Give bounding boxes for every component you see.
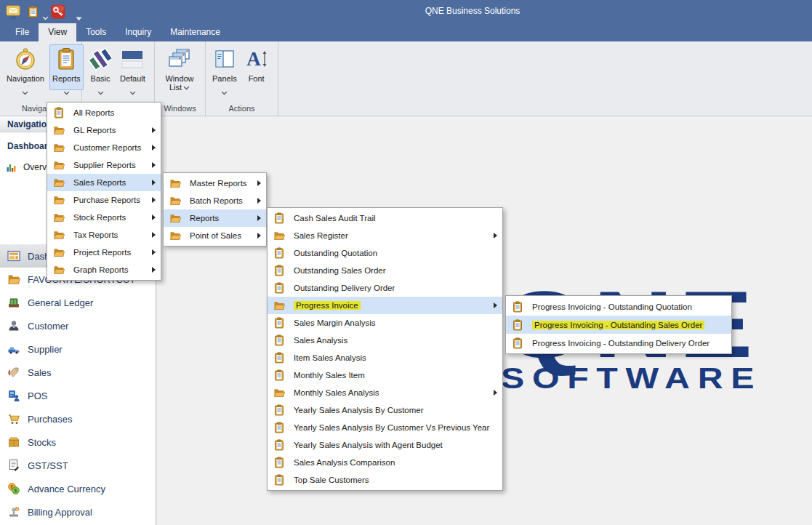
menu-item-purchase-reports[interactable]: Purchase Reports [47, 191, 161, 209]
sidebar-item-gst-sst[interactable]: GST/SST [0, 454, 156, 477]
menu-item-sales-margin-analysis[interactable]: Sales Margin Analysis [268, 314, 502, 332]
menu-item-graph-reports[interactable]: Graph Reports [47, 261, 161, 278]
svg-text:$: $ [15, 488, 17, 494]
menu-item-monthly-sales-item[interactable]: Monthly Sales Item [268, 366, 502, 384]
pos-icon [7, 389, 20, 402]
menu-item-batch-reports[interactable]: Batch Reports [164, 192, 266, 209]
chevron-down-icon [183, 83, 190, 92]
menu-item-outstanding-quotation[interactable]: Outstanding Quotation [268, 244, 502, 262]
sidebar-item-label: Customer [28, 321, 68, 332]
menu-item-sales-analysis-comparison[interactable]: Sales Analysis Comparison [268, 454, 502, 471]
clipboard-dropdown-icon[interactable] [42, 10, 49, 15]
menu-item-label: Top Sale Customers [294, 476, 369, 484]
menu-item-tax-reports[interactable]: Tax Reports [47, 226, 161, 244]
menu-item-sales-register[interactable]: Sales Register [268, 227, 502, 244]
submenu-arrow-icon [257, 215, 261, 221]
sidebar-item-label: Supplier [28, 344, 63, 355]
sidebar-item-customer[interactable]: Customer [0, 314, 156, 337]
reports-button[interactable]: Reports [49, 44, 84, 90]
menu-item-progress-invoicing-outstanding-sales-order[interactable]: Progress Invoicing - Outstanding Sales O… [506, 316, 731, 334]
sidebar-item-stocks[interactable]: Stocks [0, 430, 156, 454]
default-button[interactable]: Default [117, 44, 148, 90]
menu-item-yearly-sales-analysis-by-customer[interactable]: Yearly Sales Analysis By Customer [268, 401, 502, 419]
chevron-down-icon [129, 85, 136, 89]
report-icon [512, 319, 523, 331]
sidebar-item-label: Sales [28, 367, 52, 378]
tax-doc-icon [7, 459, 20, 472]
menu-item-top-sale-customers[interactable]: Top Sale Customers [268, 471, 502, 489]
sidebar-item-advance-currency[interactable]: €$Advance Currency [0, 477, 156, 500]
tab-label: View [48, 27, 67, 37]
sidebar-item-pos[interactable]: POS [0, 384, 156, 407]
folder-icon [53, 177, 65, 188]
menu-item-label: GL Reports [73, 126, 116, 135]
sidebar-item-sales[interactable]: Sales [0, 361, 156, 384]
menu-tabbar: FileViewToolsInquiryMaintenance [0, 23, 812, 41]
menu-item-point-of-sales[interactable]: Point of Sales [164, 227, 266, 244]
report-icon [273, 457, 285, 468]
menu-item-sales-analysis[interactable]: Sales Analysis [268, 332, 502, 349]
qat-customize-icon[interactable] [76, 11, 82, 15]
menu-item-label: Supplier Reports [73, 161, 136, 169]
tab-tools[interactable]: Tools [76, 23, 116, 41]
menu-item-yearly-sales-analysis-with-agent-budget[interactable]: Yearly Sales Analysis with Agent Budget [268, 436, 502, 454]
menu-item-outstanding-delivery-order[interactable]: Outstanding Delivery Order [268, 279, 502, 297]
menu-item-customer-reports[interactable]: Customer Reports [47, 139, 161, 156]
submenu-arrow-icon [257, 198, 261, 204]
menu-item-sales-reports[interactable]: Sales Reports [47, 174, 161, 191]
menu-item-progress-invoicing-outstanding-delivery-order[interactable]: Progress Invoicing - Outstanding Deliver… [506, 334, 731, 352]
sidebar-item-purchases[interactable]: Purchases [0, 407, 156, 430]
box-icon [7, 436, 20, 449]
menu-item-progress-invoicing-outstanding-quotation[interactable]: Progress Invoicing - Outstanding Quotati… [506, 297, 731, 316]
ribbon-button-label: Basic [91, 74, 110, 83]
panels-button[interactable]: Panels [209, 44, 240, 90]
menu-item-progress-invoice[interactable]: Progress Invoice [268, 297, 502, 314]
menu-item-project-reports[interactable]: Project Reports [47, 244, 161, 261]
app-icon[interactable]: QNE [6, 4, 20, 19]
folder-icon [53, 142, 65, 153]
menu-item-all-reports[interactable]: All Reports [47, 104, 161, 121]
app-window: QNE QNE Business Solutions FileViewTools… [0, 0, 812, 525]
report-icon [273, 282, 285, 294]
menu-item-label: Monthly Sales Analysis [294, 388, 379, 397]
dashboard-grid-icon [7, 249, 20, 262]
menu-item-yearly-sales-analysis-by-customer-vs-previous-year[interactable]: Yearly Sales Analysis By Customer Vs Pre… [268, 419, 502, 436]
basic-button[interactable]: Basic [86, 44, 115, 90]
sidebar-item-billing-approval[interactable]: Billing Approval [0, 500, 156, 524]
menu-item-gl-reports[interactable]: GL Reports [47, 121, 161, 139]
sidebar-item-supplier[interactable]: Supplier [0, 337, 156, 361]
chevron-down-icon [63, 85, 70, 89]
tab-view[interactable]: View [39, 23, 76, 41]
menu-item-reports[interactable]: Reports [164, 209, 266, 227]
tab-file[interactable]: File [6, 23, 39, 41]
tab-maintenance[interactable]: Maintenance [161, 23, 230, 41]
window-list-icon [168, 47, 191, 71]
font-button[interactable]: A Font [242, 44, 271, 90]
navigation-button[interactable]: Navigation [4, 44, 47, 90]
menu-item-item-sales-analysis[interactable]: Item Sales Analysis [268, 349, 502, 366]
menu-item-monthly-sales-analysis[interactable]: Monthly Sales Analysis [268, 384, 502, 401]
sidebar-item-general-ledger[interactable]: General Ledger [0, 291, 156, 314]
menu-item-label: Stock Reports [73, 213, 126, 222]
menu-item-outstanding-sales-order[interactable]: Outstanding Sales Order [268, 262, 502, 279]
basic-theme-icon [89, 47, 112, 71]
report-icon [273, 369, 285, 381]
reports-submenu: Cash Sales Audit TrailSales RegisterOuts… [267, 207, 503, 491]
sidebar-item-label: GST/SST [28, 460, 68, 471]
key-icon[interactable] [51, 4, 65, 19]
tab-inquiry[interactable]: Inquiry [116, 23, 161, 41]
menu-item-master-reports[interactable]: Master Reports [164, 175, 266, 192]
clipboard-qat-icon[interactable] [27, 4, 39, 19]
ribbon-group-actions: Panels A Font Actions [206, 41, 278, 116]
menu-item-stock-reports[interactable]: Stock Reports [47, 209, 161, 226]
reports-dropdown-menu: All ReportsGL ReportsCustomer ReportsSup… [47, 102, 161, 281]
menu-item-supplier-reports[interactable]: Supplier Reports [47, 156, 161, 174]
logo-text-software: SOFTWARE [501, 364, 762, 393]
menu-item-label: Progress Invoicing - Outstanding Quotati… [532, 302, 692, 311]
window-list-button[interactable]: Window List [158, 44, 201, 92]
bar-chart-icon [6, 161, 17, 173]
menu-item-label: Point of Sales [190, 231, 241, 240]
folder-icon [53, 159, 65, 171]
menu-item-cash-sales-audit-trail[interactable]: Cash Sales Audit Trail [268, 209, 502, 227]
sidebar-item-label: POS [28, 390, 47, 401]
